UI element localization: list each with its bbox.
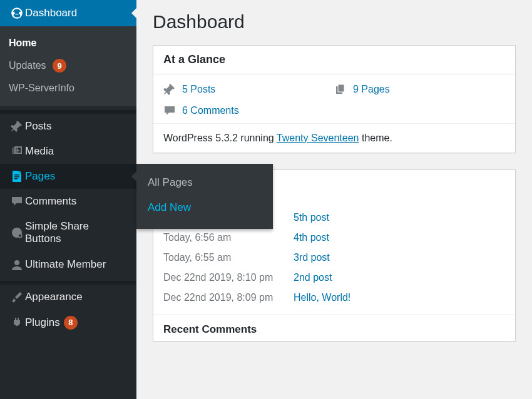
- pages-flyout: All Pages Add New: [136, 164, 273, 229]
- sidebar-item-comments[interactable]: Comments: [0, 189, 136, 214]
- activity-date: Today, 6:56 am: [163, 232, 289, 243]
- svg-rect-9: [338, 84, 344, 92]
- svg-point-7: [14, 260, 19, 265]
- activity-post-link[interactable]: 2nd post: [294, 272, 332, 283]
- sidebar-item-ultimate-member[interactable]: Ultimate Member: [0, 252, 136, 277]
- activity-row: Dec 22nd 2019, 8:09 pm Hello, World!: [163, 288, 505, 308]
- plug-icon: [9, 316, 25, 329]
- glance-theme-link[interactable]: Twenty Seventeen: [277, 133, 359, 143]
- sidebar-item-posts[interactable]: Posts: [0, 114, 136, 139]
- pages-icon: [334, 83, 347, 96]
- svg-text:+: +: [19, 234, 21, 238]
- glance-pages[interactable]: 9 Pages: [334, 83, 505, 96]
- activity-post-link[interactable]: 3rd post: [294, 252, 330, 263]
- activity-row: Dec 22nd 2019, 8:10 pm 2nd post: [163, 268, 505, 288]
- at-a-glance-panel: At a Glance 5 Posts 6 Comments: [153, 45, 516, 153]
- plugins-badge: 8: [64, 316, 78, 330]
- sidebar-subitem-updates-label: Updates: [9, 60, 46, 71]
- glance-pages-link: 9 Pages: [353, 84, 390, 95]
- page-title: Dashboard: [153, 11, 516, 33]
- updates-badge: 9: [53, 59, 66, 73]
- activity-row: Today, 6:55 am 3rd post: [163, 248, 505, 268]
- glance-running-after: theme.: [359, 133, 392, 143]
- pin-icon: [9, 120, 25, 133]
- sidebar-item-simple-share[interactable]: + Simple Share Buttons: [0, 214, 136, 252]
- activity-post-link[interactable]: 4th post: [294, 232, 329, 243]
- glance-comments[interactable]: 6 Comments: [163, 104, 334, 117]
- activity-date: Dec 22nd 2019, 8:10 pm: [163, 272, 289, 283]
- glance-footer: WordPress 5.3.2 running Twenty Seventeen…: [153, 123, 515, 153]
- brush-icon: [9, 291, 25, 303]
- sidebar-label-posts: Posts: [25, 120, 52, 133]
- admin-sidebar: Dashboard Home Updates 9 WP-ServerInfo P…: [0, 0, 136, 399]
- sidebar-item-media[interactable]: Media: [0, 139, 136, 164]
- sidebar-label-ultimate-member: Ultimate Member: [25, 258, 106, 271]
- sidebar-item-appearance[interactable]: Appearance: [0, 285, 136, 310]
- sidebar-label-simple-share: Simple Share Buttons: [25, 220, 128, 246]
- svg-rect-1: [14, 174, 19, 176]
- activity-date: Dec 22nd 2019, 8:09 pm: [163, 292, 289, 303]
- sidebar-label-comments: Comments: [25, 195, 76, 208]
- glance-posts-link: 5 Posts: [182, 84, 215, 95]
- sidebar-subnav-dashboard: Home Updates 9 WP-ServerInfo: [0, 26, 136, 106]
- share-icon: +: [9, 226, 25, 239]
- flyout-all-pages[interactable]: All Pages: [136, 170, 273, 195]
- glance-posts[interactable]: 5 Posts: [163, 83, 334, 96]
- sidebar-label-plugins: Plugins: [25, 316, 60, 329]
- glance-running-before: WordPress 5.3.2 running: [163, 133, 277, 143]
- recent-comments-heading: Recent Comments: [153, 314, 515, 341]
- flyout-add-new[interactable]: Add New: [136, 195, 273, 220]
- sidebar-label-appearance: Appearance: [25, 291, 83, 303]
- sidebar-item-plugins[interactable]: Plugins 8: [0, 310, 136, 336]
- svg-rect-2: [14, 176, 19, 178]
- activity-post-link[interactable]: Hello, World!: [294, 292, 350, 303]
- sidebar-item-pages[interactable]: Pages All Pages Add New: [0, 164, 136, 189]
- sidebar-item-dashboard[interactable]: Dashboard: [0, 0, 136, 26]
- activity-row: Today, 6:56 am 4th post: [163, 228, 505, 248]
- glance-comments-link: 6 Comments: [182, 105, 239, 116]
- dashboard-icon: [9, 6, 25, 20]
- activity-post-link[interactable]: 5th post: [294, 212, 329, 223]
- svg-rect-3: [14, 178, 18, 179]
- sidebar-subitem-serverinfo[interactable]: WP-ServerInfo: [0, 78, 136, 99]
- sidebar-label-media: Media: [25, 145, 54, 158]
- sidebar-subitem-home[interactable]: Home: [0, 33, 136, 54]
- user-icon: [9, 258, 25, 271]
- page-icon: [9, 170, 25, 183]
- comment-icon: [9, 195, 25, 208]
- sidebar-label-pages: Pages: [25, 170, 55, 183]
- at-a-glance-heading: At a Glance: [153, 46, 515, 74]
- media-icon: [9, 145, 25, 158]
- sidebar-label-dashboard: Dashboard: [25, 7, 77, 19]
- pin-icon: [163, 83, 176, 96]
- activity-date: Today, 6:55 am: [163, 252, 289, 263]
- comment-icon: [163, 104, 176, 117]
- sidebar-subitem-updates[interactable]: Updates 9: [0, 54, 136, 78]
